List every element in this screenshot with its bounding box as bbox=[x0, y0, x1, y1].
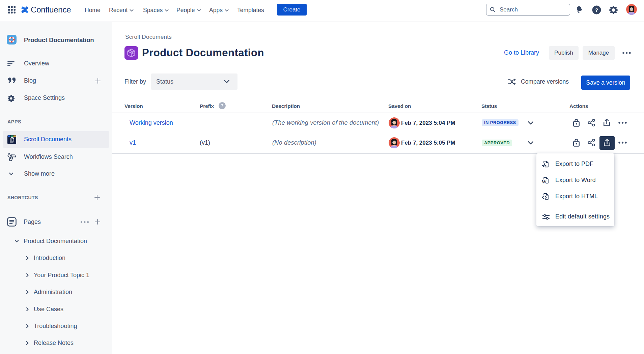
svg-text:?: ? bbox=[595, 7, 598, 13]
svg-text:?: ? bbox=[221, 103, 224, 108]
svg-text:W: W bbox=[542, 179, 547, 184]
